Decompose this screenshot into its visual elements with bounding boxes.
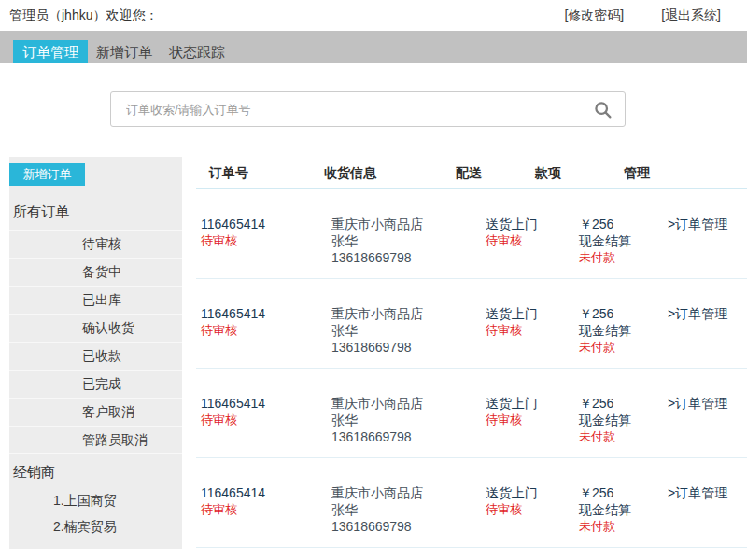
receiver-phone: 13618669798 [331,518,481,535]
order-manage-link[interactable]: >订单管理 [668,217,727,231]
manage-cell: >订单管理 [663,484,747,535]
delivery-cell: 送货上门 待审核 [481,484,574,535]
delivery-status-badge: 待审核 [486,412,574,428]
payment-cell: ￥256 现金结算 未付款 [574,305,663,356]
payment-method: 现金结算 [579,501,663,518]
order-number: 116465414 [201,305,327,322]
receiver-info-cell: 重庆市小商品店 张华 13618669798 [327,395,481,445]
order-manage-link[interactable]: >订单管理 [668,306,727,321]
order-amount: ￥256 [579,216,663,232]
orders-table-header: 订单号 收货信息 配送 款项 管理 [196,157,747,189]
sidebar: 新增订单 所有订单 待审核 备货中 已出库 确认收货 已收款 已完成 客户取消 … [9,157,182,549]
sidebar-dealer-item[interactable]: 1.上国商贸 [53,494,182,508]
delivery-method: 送货上门 [486,216,574,232]
order-number: 116465414 [201,216,327,232]
delivery-status-badge: 待审核 [486,322,574,339]
order-amount: ￥256 [579,305,663,322]
payment-method: 现金结算 [579,322,663,339]
order-no-cell: 116465414 待审核 [196,216,327,266]
receiver-store: 重庆市小商品店 [331,216,481,232]
order-row: 116465414 待审核 重庆市小商品店 张华 13618669798 送货上… [196,189,747,279]
delivery-status-badge: 待审核 [486,501,574,518]
logout-link[interactable]: [退出系统] [661,7,721,24]
tab-order-management[interactable]: 订单管理 [13,40,88,63]
payment-status-badge: 未付款 [579,518,663,535]
order-row: 116465414 待审核 重庆市小商品店 张华 13618669798 送货上… [196,369,747,458]
payment-status-badge: 未付款 [579,428,663,445]
payment-status-badge: 未付款 [579,339,663,356]
order-no-cell: 116465414 待审核 [196,395,327,445]
payment-cell: ￥256 现金结算 未付款 [574,484,663,535]
order-no-cell: 116465414 待审核 [196,484,327,535]
receiver-store: 重庆市小商品店 [331,395,481,412]
delivery-method: 送货上门 [486,395,574,412]
receiver-store: 重庆市小商品店 [331,305,481,322]
tab-new-order[interactable]: 新增订单 [88,40,161,63]
delivery-cell: 送货上门 待审核 [481,305,574,356]
receiver-phone: 13618669798 [331,428,481,445]
order-row: 116465414 待审核 重庆市小商品店 张华 13618669798 送货上… [196,458,747,548]
manage-cell: >订单管理 [663,305,747,356]
sidebar-dealer-item[interactable]: 2.楠宾贸易 [53,520,182,534]
manage-cell: >订单管理 [663,395,747,445]
payment-method: 现金结算 [579,232,663,249]
change-password-link[interactable]: [修改密码] [564,7,624,24]
payment-method: 现金结算 [579,412,663,428]
sidebar-status-item[interactable]: 已收款 [9,342,182,370]
payment-status-badge: 未付款 [579,249,663,266]
sidebar-status-item[interactable]: 管路员取消 [9,426,182,454]
new-order-button[interactable]: 新增订单 [9,163,85,186]
delivery-cell: 送货上门 待审核 [481,395,574,445]
col-header-manage: 管理 [624,166,650,180]
order-manage-link[interactable]: >订单管理 [668,396,727,411]
order-status-badge: 待审核 [201,501,327,518]
order-row: 116465414 待审核 重庆市小商品店 张华 13618669798 送货上… [196,279,747,369]
sidebar-status-item[interactable]: 确认收货 [9,314,182,342]
search-icon[interactable] [592,99,613,119]
delivery-status-badge: 待审核 [486,232,574,249]
order-amount: ￥256 [579,484,663,501]
order-amount: ￥256 [579,395,663,412]
receiver-name: 张华 [331,501,481,518]
col-header-order-no: 订单号 [209,166,248,180]
order-manage-link[interactable]: >订单管理 [668,485,727,500]
receiver-store: 重庆市小商品店 [331,484,481,501]
order-number: 116465414 [201,395,327,412]
manage-cell: >订单管理 [663,216,747,266]
delivery-method: 送货上门 [486,305,574,322]
search-section [0,63,747,127]
all-orders-heading: 所有订单 [13,203,182,221]
order-status-badge: 待审核 [201,322,327,339]
sidebar-status-item[interactable]: 已出库 [9,286,182,314]
payment-cell: ￥256 现金结算 未付款 [574,395,663,445]
content-area: 新增订单 所有订单 待审核 备货中 已出库 确认收货 已收款 已完成 客户取消 … [0,157,747,549]
col-header-payment: 款项 [535,166,561,180]
order-no-cell: 116465414 待审核 [196,305,327,356]
tab-status-tracking[interactable]: 状态跟踪 [161,40,233,63]
receiver-phone: 13618669798 [331,249,481,266]
receiver-info-cell: 重庆市小商品店 张华 13618669798 [327,305,481,356]
order-status-badge: 待审核 [201,232,327,249]
sidebar-status-item[interactable]: 已完成 [9,370,182,398]
orders-table: 订单号 收货信息 配送 款项 管理 116465414 待审核 重庆市小商品店 … [196,157,747,548]
receiver-name: 张华 [331,232,481,249]
sidebar-status-item[interactable]: 待审核 [9,230,182,258]
sidebar-status-item[interactable]: 客户取消 [9,398,182,426]
dealers-heading: 经销商 [13,464,182,482]
order-search-box [110,91,626,127]
receiver-name: 张华 [331,412,481,428]
topbar: 管理员（jhhku）欢迎您： [修改密码] [退出系统] [0,0,747,31]
order-admin-page: 管理员（jhhku）欢迎您： [修改密码] [退出系统] 订单管理 新增订单 状… [0,0,747,549]
payment-cell: ￥256 现金结算 未付款 [574,216,663,266]
order-status-list: 待审核 备货中 已出库 确认收货 已收款 已完成 客户取消 管路员取消 [9,230,182,454]
receiver-info-cell: 重庆市小商品店 张华 13618669798 [327,216,481,266]
col-header-delivery: 配送 [456,166,482,180]
sidebar-status-item[interactable]: 备货中 [9,258,182,286]
receiver-phone: 13618669798 [331,339,481,356]
dealer-list: 1.上国商贸 2.楠宾贸易 [9,494,182,534]
receiver-info-cell: 重庆市小商品店 张华 13618669798 [327,484,481,535]
order-number: 116465414 [201,484,327,501]
order-search-input[interactable] [111,103,592,117]
receiver-name: 张华 [331,322,481,339]
delivery-cell: 送货上门 待审核 [481,216,574,266]
